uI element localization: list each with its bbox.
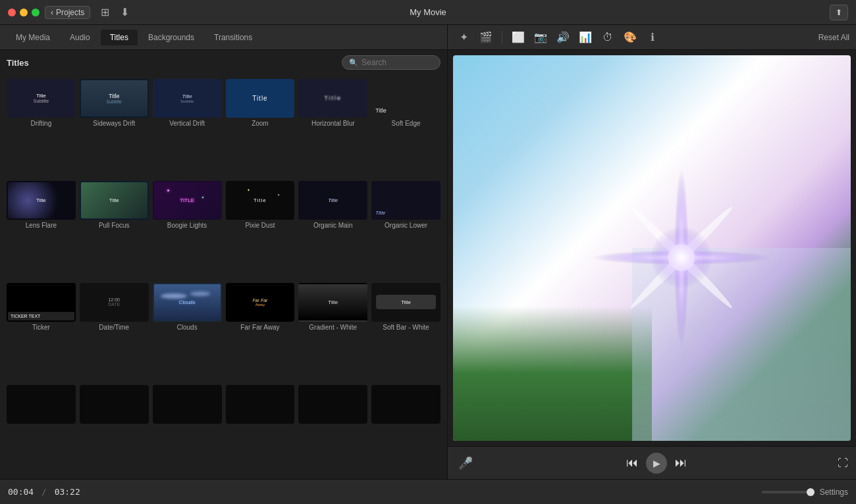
thumb-preview-blank6 <box>371 385 441 424</box>
grid-view-icon[interactable]: ⊞ <box>95 3 114 22</box>
thumb-preview-datetime: 12:00 DATE <box>80 283 149 322</box>
list-item[interactable]: Title Organic Main <box>297 180 369 280</box>
thumb-label-gradientwhite: Gradient - White <box>309 324 357 332</box>
title-bar: ‹ Projects ⊞ ⬇ My Movie ⬆ <box>0 0 856 25</box>
video-preview <box>453 55 851 441</box>
thumb-label-clouds: Clouds <box>177 324 198 332</box>
time-separator: / <box>41 487 47 497</box>
list-item[interactable]: TICKER TEXT Ticker <box>5 282 77 382</box>
thumb-preview-organicmain: Title <box>298 181 367 220</box>
thumb-preview-softbarwhite: Title <box>371 283 441 322</box>
list-item[interactable]: Title Organic Lower <box>370 180 442 280</box>
tab-transitions[interactable]: Transitions <box>205 30 261 45</box>
thumb-label-datetime: Date/Time <box>99 324 129 332</box>
tabs: My Media Audio Titles Backgrounds Transi… <box>7 30 263 45</box>
thumb-label-farfaraway: Far Far Away <box>240 324 279 332</box>
playback-center: ⏮ ▶ ⏭ <box>626 453 687 474</box>
thumb-label-lensflare: Lens Flare <box>26 222 57 230</box>
thumb-preview-lensflare: Title <box>7 181 76 220</box>
thumb-preview-clouds: Clouds <box>153 283 222 322</box>
view-toggle: ⊞ ⬇ <box>95 3 134 22</box>
thumb-label-pixiedust: Pixie Dust <box>245 222 275 230</box>
list-item[interactable]: Title Soft Bar - White <box>370 282 442 382</box>
total-time: 03:22 <box>55 487 80 497</box>
close-button[interactable] <box>8 9 16 16</box>
thumb-label-drifting: Drifting <box>31 120 52 128</box>
fullscreen-button[interactable]: ⛶ <box>838 457 848 469</box>
thumb-preview-blank3 <box>153 385 222 424</box>
timeline-header: 00:04 / 03:22 Settings <box>0 480 856 504</box>
list-item[interactable] <box>297 384 369 476</box>
minimize-button[interactable] <box>20 9 28 16</box>
title-bar-right: ⬆ <box>830 5 848 20</box>
titles-header: Titles 🔍 <box>0 50 447 75</box>
skip-forward-button[interactable]: ⏭ <box>675 456 687 470</box>
chart-icon[interactable]: 📊 <box>576 28 595 47</box>
arrow-down-icon[interactable]: ⬇ <box>115 3 134 22</box>
window-title: My Movie <box>410 7 446 17</box>
settings-area: Settings <box>762 488 848 497</box>
list-item[interactable] <box>151 384 223 476</box>
list-item[interactable]: Title Horizontal Blur <box>297 78 369 178</box>
list-item[interactable]: Far Far Away Far Far Away <box>225 282 296 382</box>
playback-right: ⛶ <box>838 457 848 469</box>
color-icon[interactable]: 🎨 <box>621 28 639 47</box>
thumb-preview-farfaraway: Far Far Away <box>226 283 295 322</box>
skip-back-button[interactable]: ⏮ <box>626 456 638 470</box>
play-button[interactable]: ▶ <box>646 453 667 474</box>
tab-my-media[interactable]: My Media <box>7 30 59 45</box>
list-item[interactable] <box>5 384 77 476</box>
list-item[interactable]: ✦ ✦ Title Pixie Dust <box>225 180 296 280</box>
thumb-label-softedge: Soft Edge <box>392 120 421 128</box>
speed-slider[interactable] <box>762 491 815 493</box>
list-item[interactable] <box>225 384 296 476</box>
list-item[interactable]: 12:00 DATE Date/Time <box>78 282 150 382</box>
list-item[interactable]: TITLE Boogie Lights <box>151 180 223 280</box>
speedometer-icon[interactable]: ⏱ <box>599 28 617 47</box>
list-item[interactable]: Title Lens Flare <box>5 180 77 280</box>
list-item[interactable]: Title Subtitle Drifting <box>5 78 77 178</box>
camera-icon[interactable]: 📷 <box>531 28 550 47</box>
magic-wand-icon[interactable]: ✦ <box>454 28 473 47</box>
thumb-label-hblur: Horizontal Blur <box>311 120 355 128</box>
list-item[interactable]: Clouds Clouds <box>151 282 223 382</box>
tab-backgrounds[interactable]: Backgrounds <box>139 30 203 45</box>
search-icon: 🔍 <box>349 59 358 67</box>
thumb-preview-pixiedust: ✦ ✦ Title <box>226 181 295 220</box>
settings-button[interactable]: Settings <box>820 488 848 497</box>
thumb-label-pullfocus: Pull Focus <box>99 222 130 230</box>
tab-audio[interactable]: Audio <box>61 30 99 45</box>
video-filter-icon[interactable]: 🎬 <box>477 28 495 47</box>
maximize-button[interactable] <box>32 9 40 16</box>
thumb-preview-hblur: Title <box>298 79 367 118</box>
info-icon[interactable]: ℹ <box>643 28 662 47</box>
list-item[interactable] <box>370 384 442 476</box>
list-item[interactable]: Title Pull Focus <box>78 180 150 280</box>
thumb-preview-blank1 <box>7 385 76 424</box>
back-button[interactable]: ‹ Projects <box>45 6 90 19</box>
titles-label: Titles <box>7 58 29 68</box>
search-box[interactable]: 🔍 <box>342 55 441 70</box>
share-button[interactable]: ⬆ <box>830 5 848 20</box>
thumb-preview-boogielights: TITLE <box>153 181 222 220</box>
thumb-preview-blank2 <box>80 385 149 424</box>
search-input[interactable] <box>361 58 433 67</box>
thumb-label-ticker: Ticker <box>32 324 50 332</box>
thumb-label-sideways: Sideways Drift <box>93 120 135 128</box>
list-item[interactable]: Title Subtitle Vertical Drift <box>151 78 223 178</box>
back-button-label: Projects <box>56 8 84 17</box>
list-item[interactable]: Title Zoom <box>225 78 296 178</box>
list-item[interactable]: Title Subtitle Sideways Drift <box>78 78 150 178</box>
tab-titles[interactable]: Titles <box>101 30 138 45</box>
crop-icon[interactable]: ⬜ <box>509 28 527 47</box>
audio-icon[interactable]: 🔊 <box>554 28 572 47</box>
list-item[interactable] <box>78 384 150 476</box>
list-item[interactable]: Title Soft Edge <box>370 78 442 178</box>
video-content <box>453 55 851 441</box>
microphone-button[interactable]: 🎤 <box>456 453 475 473</box>
thumb-preview-vertical: Title Subtitle <box>153 79 222 118</box>
time-display: 00:04 / 03:22 <box>8 487 80 497</box>
reset-all-button[interactable]: Reset All <box>818 33 849 42</box>
title-bar-left: ‹ Projects ⊞ ⬇ <box>8 3 134 22</box>
list-item[interactable]: Title Gradient - White <box>297 282 369 382</box>
